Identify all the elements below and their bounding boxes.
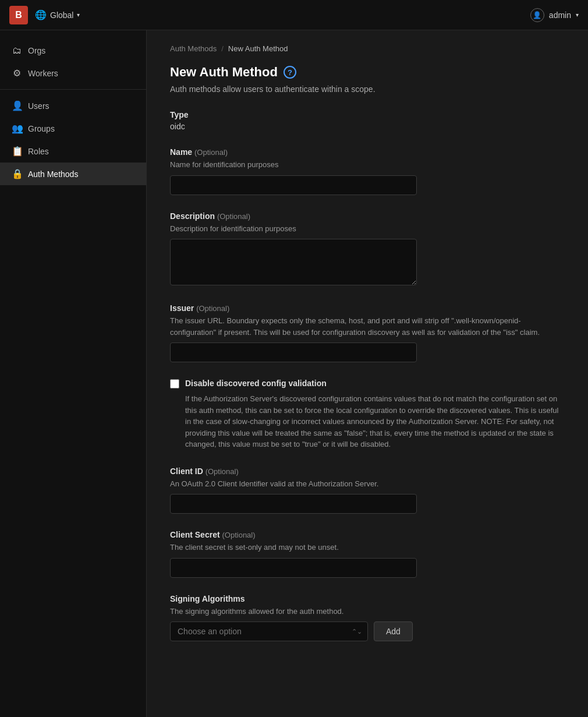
sidebar-item-roles[interactable]: 📋 Roles [0, 140, 146, 163]
sidebar-item-auth-methods-label: Auth Methods [28, 169, 78, 179]
client-secret-label: Client Secret (Optional) [170, 530, 565, 539]
signing-algorithms-description: The signing algorithms allowed for the a… [170, 606, 565, 617]
user-chevron-icon: ▾ [576, 12, 579, 18]
description-input[interactable] [170, 239, 417, 285]
name-label: Name (Optional) [170, 147, 565, 157]
user-menu[interactable]: 👤 admin ▾ [530, 8, 579, 22]
sidebar: 🗂 Orgs ⚙ Workers 👤 Users 👥 Groups 📋 Role… [0, 30, 147, 717]
add-button[interactable]: Add [374, 621, 413, 641]
type-section: Type oidc [170, 110, 565, 131]
checkbox-description: If the Authorization Server's discovered… [185, 393, 565, 450]
main-layout: 🗂 Orgs ⚙ Workers 👤 Users 👥 Groups 📋 Role… [0, 30, 588, 717]
user-avatar-icon: 👤 [530, 8, 544, 22]
top-navigation: B 🌐 Global ▾ 👤 admin ▾ [0, 0, 588, 30]
auth-methods-icon: 🔒 [12, 168, 22, 179]
description-section: Description (Optional) Description for i… [170, 211, 565, 288]
client-id-description: An OAuth 2.0 Client Identifier valid at … [170, 478, 565, 490]
issuer-description: The issuer URL. Boundary expects only th… [170, 315, 565, 338]
globe-icon: 🌐 [35, 9, 47, 20]
chevron-down-icon: ▾ [77, 12, 80, 18]
page-subtitle: Auth methods allow users to authenticate… [170, 84, 565, 94]
name-input[interactable] [170, 175, 417, 195]
main-content: Auth Methods / New Auth Method New Auth … [147, 30, 588, 717]
workers-icon: ⚙ [12, 68, 22, 79]
help-icon[interactable]: ? [284, 66, 296, 79]
global-selector[interactable]: 🌐 Global ▾ [35, 9, 80, 20]
breadcrumb-current: New Auth Method [228, 44, 288, 53]
page-title-row: New Auth Method ? [170, 65, 565, 80]
sidebar-item-users[interactable]: 👤 Users [0, 94, 146, 117]
sidebar-item-workers[interactable]: ⚙ Workers [0, 62, 146, 84]
sidebar-item-roles-label: Roles [28, 147, 49, 156]
signing-algorithms-section: Signing Algorithms The signing algorithm… [170, 594, 565, 642]
sidebar-item-groups-label: Groups [28, 124, 55, 133]
disable-config-checkbox[interactable] [170, 379, 179, 388]
client-secret-section: Client Secret (Optional) The client secr… [170, 530, 565, 578]
checkbox-row: Disable discovered config validation [170, 379, 565, 388]
type-label: Type [170, 110, 565, 119]
description-label: Description (Optional) [170, 211, 565, 221]
signing-algorithms-select[interactable]: Choose an option RS256 RS384 RS512 ES256… [170, 621, 368, 641]
users-icon: 👤 [12, 100, 22, 111]
signing-algorithms-label: Signing Algorithms [170, 594, 565, 603]
issuer-label: Issuer (Optional) [170, 303, 565, 313]
groups-icon: 👥 [12, 123, 22, 134]
description-description: Description for identification purposes [170, 223, 565, 235]
signing-algorithms-select-wrapper: Choose an option RS256 RS384 RS512 ES256… [170, 621, 368, 641]
client-id-label: Client ID (Optional) [170, 467, 565, 476]
issuer-input[interactable] [170, 342, 417, 362]
app-logo: B [9, 6, 28, 24]
sidebar-item-auth-methods[interactable]: 🔒 Auth Methods [0, 163, 146, 185]
sidebar-item-users-label: Users [28, 101, 49, 111]
sidebar-item-orgs-label: Orgs [28, 46, 45, 55]
breadcrumb: Auth Methods / New Auth Method [170, 44, 565, 53]
roles-icon: 📋 [12, 146, 22, 157]
breadcrumb-parent[interactable]: Auth Methods [170, 44, 217, 53]
orgs-icon: 🗂 [12, 45, 22, 56]
checkbox-label[interactable]: Disable discovered config validation [185, 379, 327, 388]
global-label: Global [50, 10, 73, 20]
sidebar-item-groups[interactable]: 👥 Groups [0, 117, 146, 140]
type-value: oidc [170, 122, 565, 131]
client-secret-description: The client secret is set-only and may no… [170, 542, 565, 553]
issuer-section: Issuer (Optional) The issuer URL. Bounda… [170, 303, 565, 362]
sidebar-item-workers-label: Workers [28, 69, 58, 78]
breadcrumb-separator: / [221, 44, 224, 53]
disable-config-section: Disable discovered config validation If … [170, 379, 565, 450]
client-id-input[interactable] [170, 494, 417, 514]
user-label: admin [549, 10, 571, 20]
name-description: Name for identification purposes [170, 159, 565, 171]
sidebar-divider-1 [0, 89, 146, 90]
page-title: New Auth Method [170, 65, 278, 80]
sidebar-item-orgs[interactable]: 🗂 Orgs [0, 40, 146, 62]
client-secret-input[interactable] [170, 558, 417, 578]
name-section: Name (Optional) Name for identification … [170, 147, 565, 195]
client-id-section: Client ID (Optional) An OAuth 2.0 Client… [170, 467, 565, 514]
algo-row: Choose an option RS256 RS384 RS512 ES256… [170, 621, 565, 641]
